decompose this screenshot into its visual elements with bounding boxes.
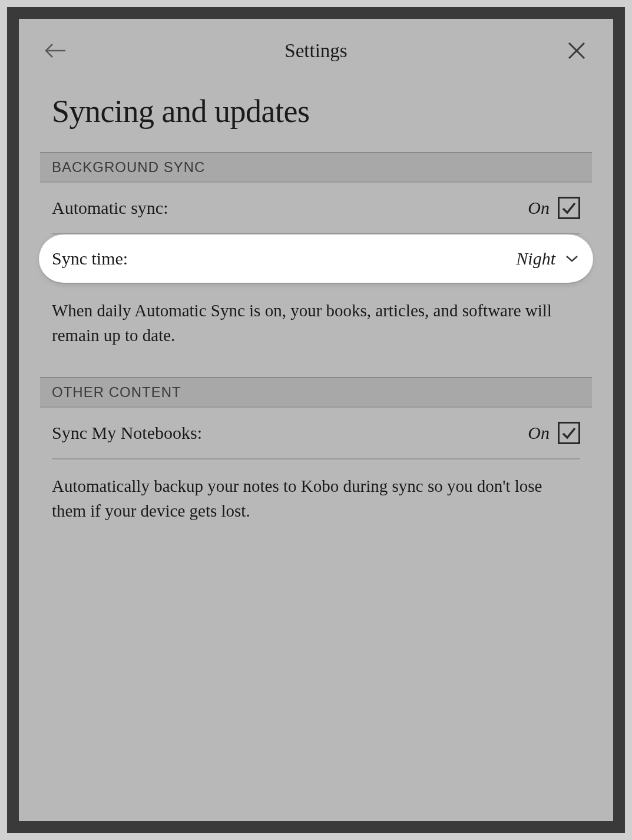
section-header-other-content: OTHER CONTENT [40, 377, 592, 408]
other-content-description: Automatically backup your notes to Kobo … [52, 459, 580, 553]
automatic-sync-value: On [528, 198, 550, 218]
checkmark-icon [561, 200, 577, 216]
page-title: Syncing and updates [52, 93, 580, 130]
sync-time-dropdown[interactable] [564, 250, 580, 267]
sync-notebooks-label: Sync My Notebooks: [52, 423, 202, 443]
automatic-sync-value-group: On [528, 197, 580, 219]
close-icon [567, 41, 587, 61]
sync-time-value-group: Night [516, 249, 580, 269]
arrow-left-icon [44, 42, 67, 59]
section-header-background-sync: BACKGROUND SYNC [40, 152, 592, 183]
sync-time-row[interactable]: Sync time: Night [39, 234, 593, 284]
sync-notebooks-row: Sync My Notebooks: On [52, 408, 580, 459]
device-frame: Settings Syncing and updates BACKGROUND … [7, 7, 625, 833]
sync-time-label: Sync time: [52, 249, 128, 269]
back-button[interactable] [42, 38, 68, 64]
automatic-sync-label: Automatic sync: [52, 198, 168, 218]
automatic-sync-row: Automatic sync: On [52, 183, 580, 234]
close-button[interactable] [564, 38, 590, 64]
automatic-sync-checkbox[interactable] [558, 197, 580, 219]
content-area: Syncing and updates BACKGROUND SYNC Auto… [19, 93, 613, 553]
background-sync-description: When daily Automatic Sync is on, your bo… [52, 284, 580, 377]
header-bar: Settings [19, 19, 613, 75]
header-title: Settings [284, 40, 347, 62]
checkmark-icon [561, 425, 577, 441]
sync-notebooks-value-group: On [528, 422, 580, 444]
sync-notebooks-checkbox[interactable] [558, 422, 580, 444]
sync-notebooks-value: On [528, 423, 550, 443]
sync-time-value: Night [516, 249, 555, 269]
chevron-down-icon [565, 254, 579, 263]
screen: Settings Syncing and updates BACKGROUND … [19, 19, 613, 821]
